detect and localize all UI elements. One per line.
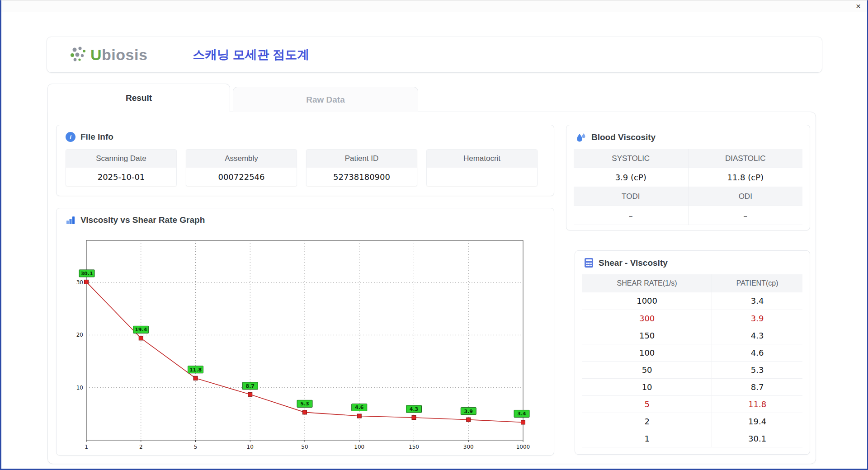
field-label: Patient ID (307, 150, 417, 168)
shear-table-row: 10003.4 (582, 292, 802, 310)
svg-text:3.9: 3.9 (464, 409, 473, 414)
shear-rate-cell: 5 (582, 395, 712, 413)
info-icon (66, 132, 75, 142)
svg-text:150: 150 (409, 444, 419, 450)
file-info-field: Scanning Date2025-10-01 (66, 149, 177, 186)
shear-rate-cell: 2 (582, 413, 712, 430)
shear-rate-cell: 150 (582, 327, 712, 344)
file-info-field: Patient ID52738180900 (306, 149, 417, 186)
bv-value: – (688, 206, 803, 225)
shear-viscosity-panel: Shear - Viscosity SHEAR RATE(1/s)PATIENT… (575, 250, 810, 455)
bv-label: ODI (688, 187, 803, 206)
bv-value: – (574, 206, 688, 225)
patient-viscosity-cell: 4.6 (712, 344, 802, 361)
panel-title-text: Shear - Viscosity (599, 258, 668, 268)
patient-viscosity-cell: 8.7 (712, 378, 802, 395)
shear-table-row: 108.7 (582, 378, 802, 395)
svg-text:8.7: 8.7 (246, 383, 255, 389)
shear-viscosity-panel-title: Shear - Viscosity (575, 251, 810, 273)
shear-rate-cell: 100 (582, 344, 712, 361)
shear-table-row: 505.3 (582, 361, 802, 378)
logo-text-rest: biosis (102, 46, 147, 63)
patient-viscosity-cell: 4.3 (712, 327, 802, 344)
shear-column-header: PATIENT(cp) (712, 274, 802, 292)
bv-value-row: –– (574, 206, 802, 225)
svg-text:30: 30 (76, 279, 83, 286)
logo-dots-icon (69, 46, 88, 64)
panel-title-text: File Info (80, 132, 113, 142)
shear-table-row: 219.4 (582, 413, 802, 430)
calculator-icon (584, 258, 594, 268)
shear-rate-cell: 50 (582, 361, 712, 378)
file-info-panel-title: File Info (57, 125, 554, 147)
shear-table-row: 1504.3 (582, 327, 802, 344)
header-card: Ubiosis 스캐닝 모세관 점도계 (47, 37, 822, 73)
field-value: 52738180900 (307, 168, 417, 186)
tab-raw-data[interactable]: Raw Data (233, 87, 418, 112)
file-info-field: Hematocrit (426, 149, 538, 186)
field-label: Assembly (186, 150, 297, 168)
bv-label: TODI (574, 187, 688, 206)
blood-viscosity-panel-title: Blood Viscosity (566, 125, 810, 148)
svg-text:10: 10 (76, 385, 83, 391)
field-label: Hematocrit (427, 150, 537, 168)
close-icon[interactable]: × (856, 1, 861, 12)
file-info-panel: File Info Scanning Date2025-10-01Assembl… (56, 125, 554, 196)
logo-text-accent: U (90, 46, 102, 63)
patient-viscosity-cell: 11.8 (712, 395, 802, 413)
field-value (427, 168, 537, 186)
bv-header-row: SYSTOLICDIASTOLIC (574, 149, 802, 168)
patient-viscosity-cell: 5.3 (712, 361, 802, 378)
svg-text:4.6: 4.6 (355, 404, 364, 410)
graph-panel-title: Viscosity vs Shear Rate Graph (57, 208, 554, 230)
patient-viscosity-cell: 3.9 (712, 310, 802, 327)
svg-text:300: 300 (463, 444, 474, 450)
svg-text:1: 1 (85, 444, 88, 450)
shear-rate-cell: 1000 (582, 292, 712, 310)
logo-text: Ubiosis (90, 46, 147, 64)
shear-table-row: 511.8 (582, 395, 802, 413)
file-info-field: Assembly000722546 (186, 149, 297, 186)
svg-text:100: 100 (354, 444, 364, 450)
file-info-fields: Scanning Date2025-10-01Assembly000722546… (57, 147, 554, 186)
svg-text:3.4: 3.4 (517, 411, 526, 417)
shear-column-header: SHEAR RATE(1/s) (582, 274, 712, 292)
shear-table-row: 130.1 (582, 430, 802, 447)
bv-value: 11.8 (cP) (688, 168, 803, 187)
shear-table-head-row: SHEAR RATE(1/s)PATIENT(cp) (582, 274, 802, 292)
shear-rate-cell: 300 (582, 310, 712, 327)
shear-rate-cell: 10 (582, 378, 712, 395)
shear-table-row: 3003.9 (582, 310, 802, 327)
field-value: 2025-10-01 (66, 168, 176, 186)
svg-text:10: 10 (247, 444, 254, 450)
svg-text:2: 2 (139, 444, 143, 450)
titlebar: × (1, 0, 867, 12)
svg-text:20: 20 (76, 332, 83, 338)
svg-text:19.4: 19.4 (135, 327, 147, 333)
svg-text:1000: 1000 (516, 444, 530, 450)
patient-viscosity-cell: 30.1 (712, 430, 802, 447)
field-label: Scanning Date (66, 150, 176, 168)
field-value: 000722546 (186, 168, 297, 186)
svg-text:4.3: 4.3 (410, 406, 419, 412)
graph-panel: Viscosity vs Shear Rate Graph 1020301251… (56, 208, 554, 456)
app-title: 스캐닝 모세관 점도계 (193, 47, 309, 63)
svg-text:5: 5 (194, 444, 198, 450)
result-content-card: File Info Scanning Date2025-10-01Assembl… (47, 112, 816, 464)
blood-viscosity-panel: Blood Viscosity SYSTOLICDIASTOLIC3.9 (cP… (566, 125, 810, 230)
shear-rate-cell: 1 (582, 430, 712, 447)
droplets-icon (576, 132, 586, 143)
app-logo: Ubiosis (69, 46, 147, 64)
bv-label: DIASTOLIC (688, 149, 803, 168)
tab-result[interactable]: Result (47, 84, 230, 112)
viscosity-shear-chart: 1020301251050100150300100030.119.411.88.… (57, 230, 554, 456)
bar-chart-icon (66, 215, 75, 225)
tab-bar: Result Raw Data (47, 84, 418, 112)
panel-title-text: Viscosity vs Shear Rate Graph (80, 215, 205, 225)
panel-title-text: Blood Viscosity (591, 132, 656, 142)
shear-viscosity-table: SHEAR RATE(1/s)PATIENT(cp) 10003.43003.9… (582, 274, 802, 447)
shear-table-row: 1004.6 (582, 344, 802, 361)
svg-text:50: 50 (301, 444, 308, 450)
shear-table-body: 10003.43003.91504.31004.6505.3108.7511.8… (582, 292, 802, 447)
patient-viscosity-cell: 3.4 (712, 292, 802, 310)
